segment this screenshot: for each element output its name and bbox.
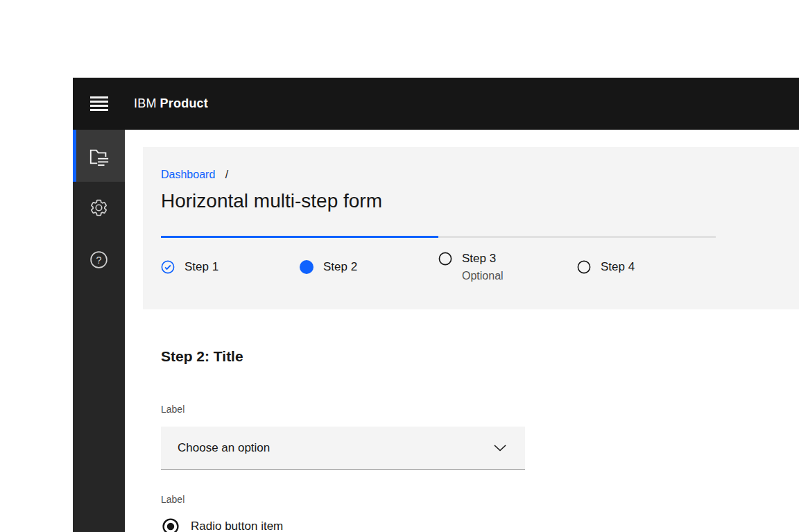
header-brand-link[interactable]: IBMProduct bbox=[134, 96, 208, 111]
form-section-title: Step 2: Title bbox=[161, 347, 243, 366]
hamburger-menu-icon bbox=[90, 96, 108, 112]
progress-step-4[interactable]: Step 4 bbox=[577, 236, 716, 282]
breadcrumb-link-dashboard[interactable]: Dashboard bbox=[161, 169, 215, 180]
radio-group-label: Label bbox=[161, 494, 184, 505]
folder-details-icon bbox=[89, 146, 110, 166]
app-root: IBMProduct bbox=[0, 0, 799, 532]
sidenav-item-folder[interactable] bbox=[73, 130, 125, 182]
radio-option-label: Radio button item bbox=[191, 518, 283, 532]
svg-text:?: ? bbox=[96, 255, 102, 266]
dropdown-selected-value: Choose an option bbox=[178, 441, 270, 455]
sidenav-item-settings[interactable] bbox=[73, 182, 125, 234]
app-header: IBMProduct bbox=[73, 78, 799, 130]
filled-circle-icon bbox=[300, 260, 313, 274]
dropdown-field-label: Label bbox=[161, 404, 184, 415]
settings-gear-icon bbox=[89, 198, 108, 217]
breadcrumb: Dashboard / bbox=[161, 168, 228, 182]
progress-step-label: Step 4 bbox=[601, 260, 635, 274]
sidenav-item-help[interactable]: ? bbox=[73, 234, 125, 286]
menu-toggle-button[interactable] bbox=[73, 78, 125, 130]
progress-indicator: Step 1 Step 2 bbox=[161, 236, 716, 282]
page-title: Horizontal multi-step form bbox=[161, 189, 382, 213]
side-nav: ? bbox=[73, 130, 125, 532]
brand-prefix: IBM bbox=[134, 96, 157, 110]
dropdown-choose-option[interactable]: Choose an option bbox=[161, 427, 525, 470]
progress-step-label: Step 2 bbox=[323, 260, 357, 274]
chevron-down-icon bbox=[493, 444, 507, 452]
empty-circle-icon bbox=[577, 260, 591, 274]
progress-step-sublabel: Optional bbox=[462, 270, 504, 282]
checkmark-circle-icon bbox=[161, 260, 175, 274]
page-header-section: Dashboard / Horizontal multi-step form S… bbox=[143, 147, 799, 309]
progress-step-label: Step 1 bbox=[184, 260, 218, 274]
breadcrumb-separator: / bbox=[225, 169, 228, 180]
brand-name: Product bbox=[160, 96, 208, 110]
progress-step-1[interactable]: Step 1 bbox=[161, 236, 300, 282]
radio-option-item[interactable]: Radio button item bbox=[162, 518, 283, 532]
progress-step-2[interactable]: Step 2 bbox=[300, 236, 438, 282]
radio-selected-icon bbox=[162, 518, 179, 532]
help-icon: ? bbox=[89, 250, 108, 269]
progress-step-label: Step 3 bbox=[462, 252, 504, 266]
empty-circle-icon bbox=[438, 252, 452, 266]
progress-step-3[interactable]: Step 3 Optional bbox=[438, 236, 577, 282]
